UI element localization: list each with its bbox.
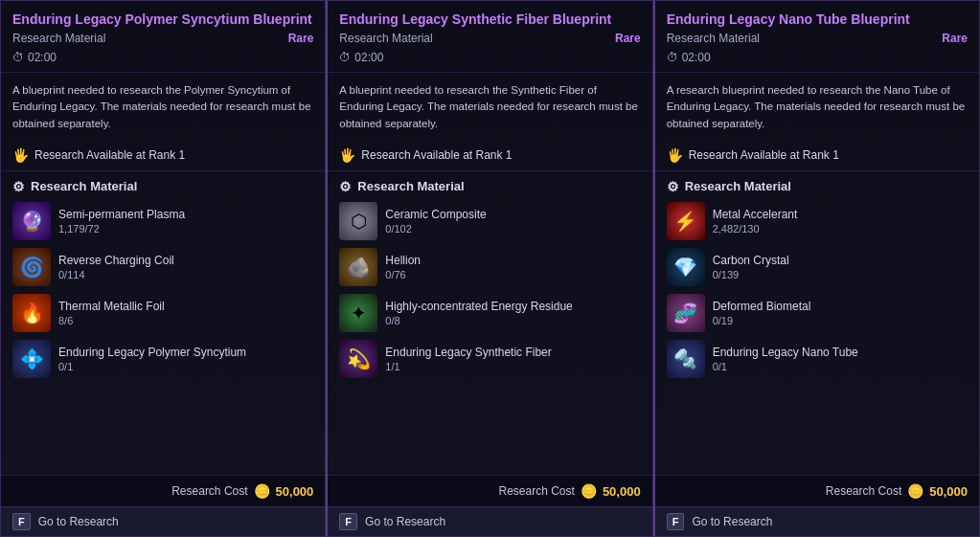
card-timer: ⏱ 02:00 <box>667 51 968 64</box>
card-description: A blueprint needed to research the Polym… <box>1 73 325 142</box>
coin-icon: 🪙 <box>254 483 270 499</box>
material-info: Ceramic Composite 0/102 <box>385 208 486 235</box>
research-material-section: ⚙ Research Material ⚡ Metal Accelerant 2… <box>655 171 979 475</box>
material-info: Enduring Legacy Nano Tube 0/1 <box>713 346 858 372</box>
material-info: Reverse Charging Coil 0/114 <box>58 254 174 280</box>
material-item: ⬡ Ceramic Composite 0/102 <box>339 202 640 240</box>
material-info: Enduring Legacy Polymer Syncytium 0/1 <box>58 346 246 372</box>
material-item: 🔩 Enduring Legacy Nano Tube 0/1 <box>667 340 968 378</box>
material-icon: 🌀 <box>12 248 51 286</box>
go-to-research-bar[interactable]: F Go to Research <box>655 506 979 536</box>
timer-icon: ⏱ <box>339 51 351 64</box>
card-nano-tube: Enduring Legacy Nano Tube Blueprint Rese… <box>653 0 980 537</box>
material-item: 🧬 Deformed Biometal 0/19 <box>667 294 968 332</box>
card-rarity: Rare <box>615 32 641 45</box>
go-to-research-label: Go to Research <box>365 515 445 528</box>
research-available-text: Research Available at Rank 1 <box>689 148 839 162</box>
go-to-research-bar[interactable]: F Go to Research <box>328 506 651 536</box>
material-name: Highly-concentrated Energy Residue <box>385 300 572 315</box>
research-material-header: ⚙ Research Material <box>339 179 640 194</box>
research-cost-value: 50,000 <box>603 484 641 499</box>
material-icon: ⬡ <box>339 202 377 240</box>
material-count: 1/1 <box>385 361 551 372</box>
material-info: Enduring Legacy Synthetic Fiber 1/1 <box>385 346 551 372</box>
research-cost-value: 50,000 <box>929 484 968 499</box>
material-name: Semi-permanent Plasma <box>58 208 185 223</box>
material-item: 🪨 Hellion 0/76 <box>339 248 640 286</box>
card-footer: Research Cost 🪙 50,000 <box>328 475 651 506</box>
card-rarity: Rare <box>942 32 968 45</box>
research-cost-label: Research Cost <box>826 484 901 498</box>
research-available: 🖐 Research Available at Rank 1 <box>655 142 979 171</box>
card-subtitle-row: Research Material Rare <box>339 32 640 45</box>
card-timer: ⏱ 02:00 <box>339 51 640 64</box>
card-header: Enduring Legacy Nano Tube Blueprint Rese… <box>655 1 979 73</box>
material-name: Carbon Crystal <box>713 254 789 269</box>
material-count: 0/19 <box>713 315 811 326</box>
research-cost-label: Research Cost <box>499 484 575 498</box>
research-material-section: ⚙ Research Material 🔮 Semi-permanent Pla… <box>1 171 325 475</box>
material-item: ⚡ Metal Accelerant 2,482/130 <box>667 202 968 240</box>
material-item: 💠 Enduring Legacy Polymer Syncytium 0/1 <box>12 340 313 378</box>
research-available: 🖐 Research Available at Rank 1 <box>1 142 325 171</box>
research-material-header: ⚙ Research Material <box>12 179 313 194</box>
material-icon: ⚡ <box>667 202 705 240</box>
card-title: Enduring Legacy Synthetic Fiber Blueprin… <box>339 11 640 28</box>
material-info: Semi-permanent Plasma 1,179/72 <box>58 208 185 235</box>
material-info: Metal Accelerant 2,482/130 <box>713 208 798 235</box>
material-icon: ✦ <box>339 294 377 332</box>
material-name: Enduring Legacy Nano Tube <box>713 346 858 361</box>
cards-container: Enduring Legacy Polymer Syncytium Bluepr… <box>0 0 980 537</box>
research-available-text: Research Available at Rank 1 <box>361 148 512 162</box>
card-subtitle-row: Research Material Rare <box>667 32 968 45</box>
material-info: Thermal Metallic Foil 8/6 <box>58 300 165 326</box>
material-count: 0/1 <box>713 361 858 372</box>
card-title: Enduring Legacy Nano Tube Blueprint <box>667 11 968 28</box>
f-key: F <box>667 513 685 530</box>
material-item: 🔮 Semi-permanent Plasma 1,179/72 <box>12 202 313 240</box>
material-count: 0/8 <box>385 315 572 326</box>
material-count: 8/6 <box>58 315 165 326</box>
material-item: 💎 Carbon Crystal 0/139 <box>667 248 968 286</box>
gear-icon: ⚙ <box>667 179 679 194</box>
gear-icon: ⚙ <box>339 179 352 194</box>
hand-icon: 🖐 <box>667 147 683 163</box>
material-icon: 💠 <box>12 340 51 378</box>
card-subtitle: Research Material <box>12 32 105 45</box>
card-header: Enduring Legacy Polymer Syncytium Bluepr… <box>1 1 325 73</box>
go-to-research-label: Go to Research <box>692 515 772 528</box>
material-count: 1,179/72 <box>58 223 185 235</box>
card-description: A research blueprint needed to research … <box>655 73 979 142</box>
card-subtitle: Research Material <box>667 32 760 45</box>
timer-value: 02:00 <box>354 51 383 64</box>
research-available: 🖐 Research Available at Rank 1 <box>328 142 651 171</box>
material-item: ✦ Highly-concentrated Energy Residue 0/8 <box>339 294 640 332</box>
material-icon: 💎 <box>667 248 705 286</box>
material-name: Reverse Charging Coil <box>58 254 174 269</box>
material-info: Highly-concentrated Energy Residue 0/8 <box>385 300 572 326</box>
gear-icon: ⚙ <box>12 179 25 194</box>
material-count: 0/114 <box>58 269 174 280</box>
material-item: 🌀 Reverse Charging Coil 0/114 <box>12 248 313 286</box>
timer-value: 02:00 <box>28 51 57 64</box>
material-icon: 🔥 <box>12 294 51 332</box>
material-name: Thermal Metallic Foil <box>58 300 165 315</box>
research-material-title: Research Material <box>685 179 791 193</box>
card-footer: Research Cost 🪙 50,000 <box>1 475 325 506</box>
f-key: F <box>339 513 357 530</box>
card-footer: Research Cost 🪙 50,000 <box>655 475 979 506</box>
material-icon: 💫 <box>339 340 377 378</box>
coin-icon: 🪙 <box>907 483 923 499</box>
material-icon: 🔮 <box>12 202 51 240</box>
go-to-research-bar[interactable]: F Go to Research <box>1 506 325 536</box>
card-rarity: Rare <box>288 32 314 45</box>
card-synthetic-fiber: Enduring Legacy Synthetic Fiber Blueprin… <box>326 0 652 537</box>
material-info: Carbon Crystal 0/139 <box>713 254 789 280</box>
material-icon: 🧬 <box>667 294 705 332</box>
material-icon: 🔩 <box>667 340 705 378</box>
material-count: 0/76 <box>385 269 421 280</box>
research-cost-value: 50,000 <box>276 484 314 499</box>
card-subtitle-row: Research Material Rare <box>12 32 313 45</box>
material-count: 2,482/130 <box>713 223 798 235</box>
hand-icon: 🖐 <box>12 147 29 163</box>
